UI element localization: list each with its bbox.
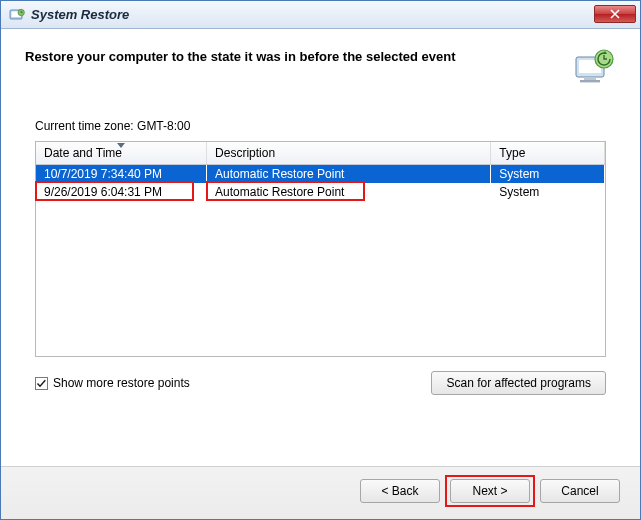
back-button[interactable]: < Back <box>360 479 440 503</box>
content-area: Restore your computer to the state it wa… <box>1 29 640 466</box>
system-restore-icon <box>9 8 25 22</box>
column-header-type[interactable]: Type <box>491 142 605 165</box>
svg-rect-6 <box>580 80 600 82</box>
options-row: Show more restore points Scan for affect… <box>35 371 606 395</box>
titlebar: System Restore <box>1 1 640 29</box>
cell-datetime: 10/7/2019 7:34:40 PM <box>36 165 207 184</box>
cell-type: System <box>491 165 605 184</box>
column-header-type-label: Type <box>499 146 525 160</box>
header-row: Restore your computer to the state it wa… <box>25 47 616 91</box>
next-button-highlight: Next > <box>450 479 530 503</box>
column-header-datetime-label: Date and Time <box>44 146 122 160</box>
table-row[interactable]: 9/26/2019 6:04:31 PM Automatic Restore P… <box>36 183 605 201</box>
next-button[interactable]: Next > <box>450 479 530 503</box>
show-more-checkbox[interactable]: Show more restore points <box>35 376 190 390</box>
checkmark-icon <box>36 378 47 389</box>
cell-datetime: 9/26/2019 6:04:31 PM <box>36 183 207 201</box>
system-restore-window: System Restore Restore your computer to … <box>0 0 641 520</box>
cell-type: System <box>491 183 605 201</box>
restore-points-table[interactable]: Date and Time Description Type <box>35 141 606 357</box>
scan-affected-button[interactable]: Scan for affected programs <box>431 371 606 395</box>
close-button[interactable] <box>594 5 636 23</box>
close-icon <box>610 9 620 19</box>
window-title: System Restore <box>31 7 129 22</box>
table-region: Date and Time Description Type <box>25 141 616 357</box>
checkbox-box <box>35 377 48 390</box>
column-header-description[interactable]: Description <box>207 142 491 165</box>
svg-rect-5 <box>584 77 596 80</box>
cancel-button[interactable]: Cancel <box>540 479 620 503</box>
restore-computer-icon <box>572 47 616 91</box>
cell-description: Automatic Restore Point <box>207 183 491 201</box>
column-header-datetime[interactable]: Date and Time <box>36 142 207 165</box>
column-header-description-label: Description <box>215 146 275 160</box>
show-more-label: Show more restore points <box>53 376 190 390</box>
wizard-footer: < Back Next > Cancel <box>1 466 640 519</box>
cell-description: Automatic Restore Point <box>207 165 491 184</box>
table-row[interactable]: 10/7/2019 7:34:40 PM Automatic Restore P… <box>36 165 605 184</box>
page-headline: Restore your computer to the state it wa… <box>25 47 560 64</box>
timezone-label: Current time zone: GMT-8:00 <box>35 119 616 133</box>
sort-indicator-icon <box>117 143 125 148</box>
